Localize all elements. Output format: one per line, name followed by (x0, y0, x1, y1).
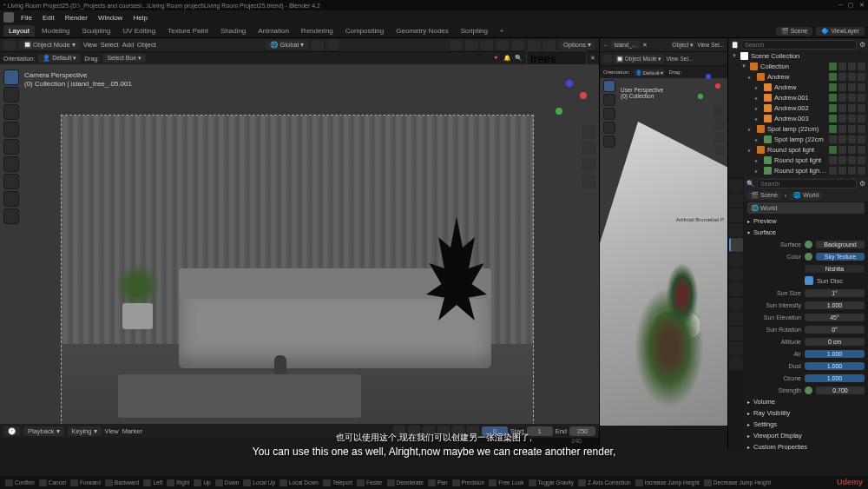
mini-camera-icon[interactable] (714, 132, 725, 142)
clear-search-icon[interactable]: ✕ (590, 55, 595, 62)
crumb-scene[interactable]: 🎬 Scene (747, 191, 781, 200)
mini-gizmo-x-icon[interactable] (715, 83, 720, 89)
prop-tab-physics-icon[interactable] (729, 297, 743, 311)
tool-cursor-icon[interactable] (3, 87, 19, 102)
gizmo-z-axis-icon[interactable] (566, 80, 573, 87)
outliner-collection[interactable]: ▼Collection (728, 61, 868, 71)
tab-modeling[interactable]: Modeling (36, 25, 75, 36)
section-settings[interactable]: ▸Settings (747, 419, 865, 430)
prop-tab-object-icon[interactable] (729, 253, 743, 267)
options-dropdown[interactable]: Options ▾ (559, 40, 595, 50)
section-preview[interactable]: ▸Preview (747, 215, 865, 227)
timeline-track[interactable]: 240 (0, 438, 599, 450)
outliner-editor-icon[interactable]: 📋 (731, 41, 739, 49)
camera-view-icon[interactable] (582, 158, 595, 172)
vp-menu-view[interactable]: View (83, 41, 97, 49)
menu-edit[interactable]: Edit (39, 14, 58, 22)
outliner-row[interactable]: ▸Andrew (728, 82, 868, 92)
miniview-prev-icon[interactable]: ← (603, 42, 609, 48)
mini-pan-icon[interactable] (714, 119, 725, 129)
outliner-row[interactable]: ▸Andrew.002 (728, 102, 868, 113)
section-surface[interactable]: ▾Surface (747, 227, 865, 238)
tab-animation[interactable]: Animation (253, 25, 294, 36)
playback-dropdown[interactable]: Playback ▾ (23, 426, 64, 436)
sunintensity-value[interactable]: 1.000 (805, 301, 865, 309)
jump-start-icon[interactable] (393, 426, 405, 436)
mini-view[interactable]: View (666, 56, 678, 62)
menu-render[interactable]: Render (62, 14, 91, 22)
section-rayvis[interactable]: ▸Ray Visibility (747, 407, 865, 419)
pan-icon[interactable] (582, 142, 595, 155)
tool-move-icon[interactable] (3, 104, 19, 120)
viewlayer-dropdown[interactable]: 🔷 ViewLayer (816, 27, 865, 36)
outliner-search[interactable] (741, 40, 857, 50)
mini-tool-move-icon[interactable] (603, 108, 615, 120)
mini-tool-select-icon[interactable] (603, 80, 615, 92)
shading-wire-icon[interactable] (496, 40, 509, 50)
tab-add[interactable]: + (495, 25, 510, 36)
miniview-close-icon[interactable]: ✕ (642, 42, 648, 49)
dust-value[interactable]: 1.000 (805, 362, 865, 370)
tab-scripting[interactable]: Scripting (456, 25, 493, 36)
color-node-icon[interactable] (805, 253, 812, 261)
mini-object-dropdown[interactable]: Object ▾ (671, 41, 696, 50)
tab-rendering[interactable]: Rendering (296, 25, 339, 36)
editor-type-icon[interactable] (3, 40, 16, 50)
mini-sel[interactable]: Sel... (680, 56, 693, 62)
vp-menu-object[interactable]: Object (137, 41, 156, 49)
scene-dropdown[interactable]: 🎬 Scene (776, 27, 813, 36)
minimize-icon[interactable]: ─ (838, 2, 843, 9)
zoom-icon[interactable] (582, 125, 595, 139)
navigation-gizmo[interactable] (545, 75, 589, 118)
close-icon[interactable]: ✕ (859, 2, 865, 9)
keying-dropdown[interactable]: Keying ▾ (68, 426, 102, 436)
miniview-tab[interactable]: island_... (611, 41, 641, 49)
shading-rendered-icon[interactable] (543, 40, 556, 50)
sunrot-value[interactable]: 0° (805, 326, 865, 334)
prop-tab-modifier-icon[interactable] (729, 268, 743, 281)
xray-icon[interactable] (481, 40, 493, 50)
tab-compositing[interactable]: Compositing (340, 25, 389, 36)
outliner-row[interactable]: ▸Spot lamp (22cm) (728, 123, 868, 134)
mini-editor-icon[interactable] (603, 55, 612, 63)
outliner-row[interactable]: ▸Andrew.003 (728, 113, 868, 123)
sundisc-checkbox[interactable] (805, 276, 813, 285)
bell-icon[interactable]: 🔔 (503, 55, 511, 62)
prop-tab-material-icon[interactable] (729, 341, 743, 355)
filter-icon[interactable]: 🔻 (492, 55, 500, 62)
mini-tool-cursor-icon[interactable] (603, 94, 615, 106)
outliner-row[interactable]: ▸Andrew (728, 71, 868, 82)
shading-matprev-icon[interactable] (528, 40, 540, 50)
mini-orient-dropdown[interactable]: 👤 Default ▾ (634, 69, 665, 76)
outliner-scene-collection[interactable]: ▼Scene Collection (728, 50, 868, 61)
air-value[interactable]: 1.000 (805, 350, 865, 358)
end-frame[interactable]: 250 (569, 426, 595, 436)
menu-help[interactable]: Help (129, 14, 150, 22)
surface-node-icon[interactable] (805, 241, 812, 248)
outliner-row[interactable]: ▸Round spot light (728, 155, 868, 165)
prop-tab-render-icon[interactable] (729, 179, 743, 193)
mini-tool-rotate-icon[interactable] (603, 122, 615, 134)
prev-key-icon[interactable] (408, 426, 420, 436)
timeline-view[interactable]: View (105, 427, 119, 435)
sky-type[interactable]: Nishita (805, 265, 865, 273)
prop-tab-data-icon[interactable] (729, 327, 743, 340)
jump-end-icon[interactable] (467, 426, 479, 436)
strength-value[interactable]: 0.700 (816, 387, 865, 394)
perspective-icon[interactable] (582, 175, 595, 188)
tool-scale-icon[interactable] (3, 139, 19, 155)
prop-options-icon[interactable]: ⚙ (859, 180, 865, 188)
prop-tab-scene-icon[interactable] (729, 223, 743, 237)
tab-uvediting[interactable]: UV Editing (117, 25, 161, 36)
world-datablock[interactable]: 🌐 World (747, 202, 865, 214)
outliner-row[interactable]: ▸Spot lamp (22cm (728, 134, 868, 144)
mini-tool-scale-icon[interactable] (603, 135, 615, 148)
timeline-editor-icon[interactable]: 🕐 (3, 426, 20, 436)
tab-sculpting[interactable]: Sculpting (77, 25, 116, 36)
crumb-world[interactable]: 🌐 World (790, 191, 822, 200)
gizmo-icon[interactable] (450, 40, 462, 50)
tool-rotate-icon[interactable] (3, 122, 19, 137)
altitude-value[interactable]: 0 cm (805, 338, 865, 346)
snap-icon[interactable] (312, 40, 324, 50)
section-custom[interactable]: ▸Custom Properties (747, 441, 865, 450)
